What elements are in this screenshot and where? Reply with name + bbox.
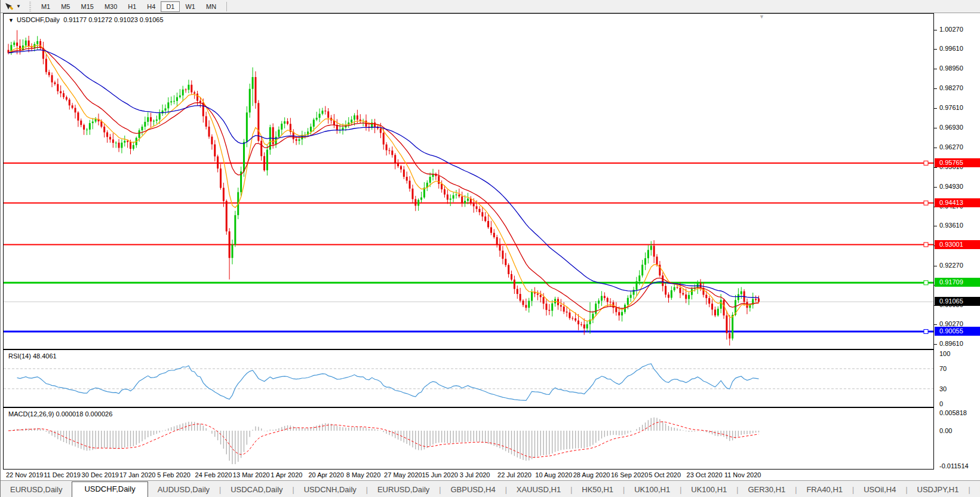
fast-ma-line	[8, 45, 759, 321]
level-line-handle[interactable]	[924, 161, 928, 165]
price-tick-mark	[934, 187, 937, 188]
mid-ma-line	[8, 47, 759, 312]
crosshair-cursor-tool-icon[interactable]	[3, 1, 15, 12]
tool-dropdown-caret-icon[interactable]: ▼	[16, 4, 21, 9]
candle-body	[179, 96, 181, 97]
date-tick-label: 1 Apr 2020	[271, 471, 302, 478]
chart-tab-audusd-daily[interactable]: AUDUSD,Daily	[148, 483, 219, 497]
candle-body	[89, 123, 91, 130]
chart-tab-usdcnh-daily[interactable]: USDCNH,Daily	[294, 483, 366, 497]
chart-tab-gbpusd-h4[interactable]: GBPUSD,H4	[441, 483, 505, 497]
macd-axis[interactable]: 0.0058180.00-0.011514	[934, 407, 980, 470]
toolbar-grip-handle[interactable]	[28, 2, 32, 11]
price-badge-0.94413: 0.94413	[935, 198, 980, 207]
chart-tab-xauusd-h1[interactable]: XAUUSD,H1	[507, 483, 570, 497]
chart-tab-uk100-h1[interactable]: UK100,H1	[681, 483, 736, 497]
candle-body	[249, 89, 251, 113]
candle-body	[380, 128, 382, 133]
level-line-handle[interactable]	[924, 330, 928, 334]
price-tick-label: 0.99610	[939, 45, 963, 52]
time-axis[interactable]: 22 Nov 201911 Dec 201930 Dec 201917 Jan …	[3, 470, 934, 480]
candle-body	[167, 102, 169, 108]
timeframe-toolbar: ▼ M1M5M15M30H1H4D1W1MN	[1, 0, 980, 13]
rsi-canvas[interactable]	[4, 350, 933, 407]
chart-tab-usdchf-daily[interactable]: USDCHF,Daily	[72, 481, 148, 497]
macd-indicator-pane[interactable]: MACD(12,26,9) 0.000018 0.000026	[3, 407, 934, 470]
chart-tab-usdjpy-h1[interactable]: USDJPY,H1	[908, 483, 969, 497]
chart-tab-usdcad-daily[interactable]: USDCAD,Daily	[221, 483, 292, 497]
candle-body	[69, 100, 70, 106]
candle-body	[461, 197, 463, 204]
macd-canvas[interactable]	[4, 408, 933, 469]
level-line-handle[interactable]	[924, 243, 928, 247]
candle-body	[28, 41, 30, 47]
timeframe-button-h1[interactable]: H1	[122, 1, 142, 12]
chart-tab-eurusd-daily[interactable]: EURUSD,Daily	[1, 483, 72, 497]
chart-tab-fra40-h1[interactable]: FRA40,H1	[797, 483, 852, 497]
timeframe-button-h4[interactable]: H4	[142, 1, 161, 12]
candle-body	[537, 293, 539, 294]
date-tick-label: 5 Feb 2020	[157, 471, 191, 478]
chart-tab-uk100-h1[interactable]: UK100,H1	[625, 483, 680, 497]
chart-tab-usoil-h4[interactable]: USOil,H4	[854, 483, 905, 497]
candle-body	[185, 90, 187, 90]
price-badge-0.90055: 0.90055	[935, 327, 980, 336]
candle-body	[100, 121, 102, 127]
candle-body	[514, 280, 515, 289]
candle-body	[45, 59, 47, 72]
price-tick-mark	[934, 266, 937, 266]
chart-tab-ger30-h1[interactable]: GER30,H1	[738, 483, 795, 497]
chart-tab-eurusd-daily[interactable]: EURUSD,Daily	[368, 483, 439, 497]
candle-body	[601, 296, 603, 300]
candle-body	[354, 115, 355, 119]
candle-body	[400, 166, 402, 169]
candle-body	[540, 295, 542, 297]
rsi-indicator-pane[interactable]: RSI(14) 48.4061	[3, 349, 934, 407]
timeframe-button-m1[interactable]: M1	[36, 1, 56, 12]
timeframe-button-d1[interactable]: D1	[161, 1, 180, 12]
chart-tab-dj30-daily[interactable]: DJ30,Daily	[970, 483, 980, 497]
timeframe-button-m5[interactable]: M5	[56, 1, 75, 12]
price-chart-canvas[interactable]	[4, 14, 933, 349]
candle-body	[170, 102, 172, 103]
candle-body	[714, 309, 716, 315]
chart-shift-marker-icon[interactable]: ▼	[759, 14, 764, 20]
price-axis[interactable]: 1.002700.996100.989500.982700.976100.969…	[934, 13, 980, 349]
candle-body	[95, 119, 97, 121]
candle-body	[662, 275, 663, 286]
candle-body	[438, 176, 440, 184]
price-tick-label: 0.97610	[939, 104, 963, 111]
candle-body	[217, 157, 219, 168]
chart-ohlc-values: 0.91177 0.91272 0.91023 0.91065	[63, 16, 163, 23]
rsi-axis[interactable]: 10070300	[934, 349, 980, 407]
level-line-handle[interactable]	[924, 201, 928, 205]
candle-body	[281, 124, 282, 130]
candle-body	[80, 121, 82, 125]
timeframe-button-m15[interactable]: M15	[75, 1, 99, 12]
candle-body	[758, 299, 760, 302]
candle-body	[342, 127, 344, 129]
date-tick-label: 11 Nov 2020	[724, 471, 761, 478]
price-tick-label: 1.00270	[939, 26, 963, 33]
candle-body	[490, 227, 492, 232]
collapse-triangle-icon[interactable]: ▼	[8, 17, 14, 23]
chart-title: ▼USDCHF,Daily 0.91177 0.91272 0.91023 0.…	[8, 16, 164, 23]
candle-body	[246, 112, 248, 142]
candle-body	[551, 303, 553, 311]
main-chart-pane[interactable]: ▼USDCHF,Daily 0.91177 0.91272 0.91023 0.…	[3, 13, 934, 349]
level-line-handle[interactable]	[924, 281, 928, 285]
candle-body	[447, 195, 448, 200]
timeframe-button-mn[interactable]: MN	[201, 1, 222, 12]
timeframe-button-m30[interactable]: M30	[99, 1, 122, 12]
candle-body	[19, 46, 21, 50]
candle-body	[444, 189, 446, 195]
candle-body	[319, 113, 321, 118]
candle-body	[208, 127, 210, 137]
candle-body	[403, 170, 405, 177]
timeframe-button-w1[interactable]: W1	[180, 1, 201, 12]
candle-body	[243, 142, 245, 171]
candle-body	[299, 139, 300, 140]
chart-tab-hk50-h1[interactable]: HK50,H1	[572, 483, 623, 497]
candle-body	[487, 221, 489, 227]
candle-body	[388, 151, 390, 151]
